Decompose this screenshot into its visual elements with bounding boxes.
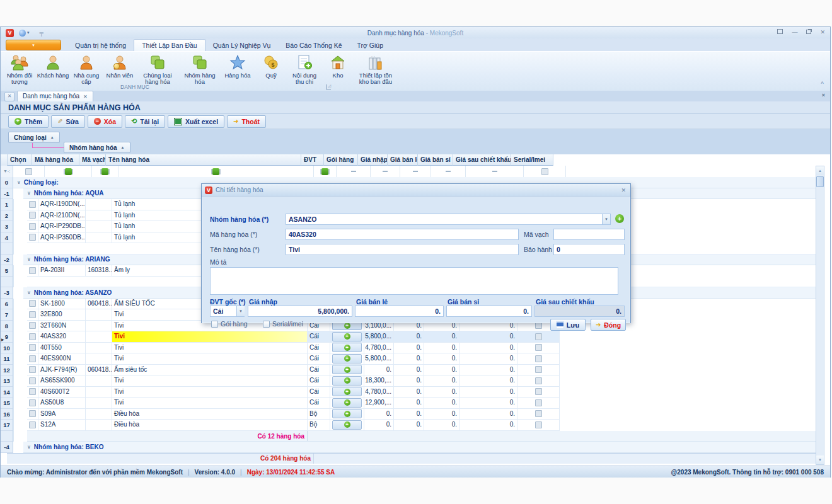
restore-button[interactable] xyxy=(806,28,811,36)
filter-cell-6[interactable] xyxy=(337,166,371,177)
table-row[interactable]: 16S09AĐiều hòaBộ+0.0.0.0. xyxy=(1,409,818,420)
row-checkbox[interactable] xyxy=(29,267,36,274)
cell-serial[interactable] xyxy=(517,331,560,343)
pack-button[interactable]: + xyxy=(332,354,362,364)
row-checkbox[interactable] xyxy=(29,212,36,219)
filter-cell-4[interactable] xyxy=(118,166,314,177)
dialog-close-icon[interactable]: ✕ xyxy=(621,187,626,193)
ribbon-item-kho[interactable]: Kho xyxy=(321,53,354,79)
table-row[interactable]: 13AS65SK900TiviCái+18,300,...0.0.0. xyxy=(1,375,818,387)
thoát-button[interactable]: ➜Thoát xyxy=(227,115,266,128)
description-textarea[interactable] xyxy=(210,267,618,295)
xuất-excel-button[interactable]: Xuất excel xyxy=(168,115,224,128)
cell-pack[interactable]: + xyxy=(330,375,364,387)
row-checkbox[interactable] xyxy=(29,377,36,384)
cell-serial[interactable] xyxy=(517,387,560,398)
cell-serial[interactable] xyxy=(517,409,560,420)
tab-close-icon[interactable]: ✕ xyxy=(83,94,88,100)
table-row[interactable]: 17S12AĐiều hòaBộ+0.0.0.0. xyxy=(1,420,818,431)
wholesale-input[interactable]: 0. xyxy=(446,306,532,317)
filter-cell-10[interactable] xyxy=(466,166,524,177)
price-in-input[interactable]: 5,800,000. xyxy=(248,306,352,317)
cell-select[interactable] xyxy=(27,398,38,409)
fullscreen-button[interactable] xyxy=(777,28,783,36)
filter-cell-7[interactable] xyxy=(371,166,400,177)
cell-select[interactable] xyxy=(27,309,38,321)
unit-combo-arrow-icon[interactable]: ▼ xyxy=(236,306,245,316)
serial-checkbox-icon[interactable] xyxy=(535,355,542,362)
cell-select[interactable] xyxy=(27,387,38,398)
group-button-product-group[interactable]: Nhóm hàng hóa▲ xyxy=(64,142,130,153)
ribbon-item-nội-dung-thu-chi[interactable]: Nội dung thu chi xyxy=(288,53,321,86)
application-menu-button[interactable]: ▾ xyxy=(6,40,61,50)
close-button[interactable]: ✕ xyxy=(820,28,825,36)
filter-cell-3[interactable] xyxy=(92,166,118,177)
group-combo[interactable]: ASANZO xyxy=(286,214,611,225)
cell-pack[interactable]: + xyxy=(330,331,364,343)
group-dialog-launcher-icon[interactable]: ◿ xyxy=(326,84,331,89)
minimize-button[interactable]: — xyxy=(792,28,797,36)
filter-cell-2[interactable] xyxy=(45,166,92,177)
vertical-scrollbar[interactable]: ▲ ▼ xyxy=(816,166,824,465)
menu-tab-quản-lý-nghiệp-vụ[interactable]: Quản Lý Nghiệp Vụ xyxy=(205,40,279,51)
row-checkbox[interactable] xyxy=(29,300,36,307)
dialog-close-button[interactable]: ➜Đóng xyxy=(591,319,626,331)
serial-checkbox-icon[interactable] xyxy=(535,410,542,417)
cell-serial[interactable] xyxy=(517,375,560,387)
cell-select[interactable] xyxy=(27,375,38,387)
thêm-button[interactable]: +Thêm xyxy=(8,115,49,128)
filter-box-icon[interactable] xyxy=(65,168,72,175)
row-checkbox[interactable] xyxy=(29,344,36,351)
cell-pack[interactable]: + xyxy=(330,365,364,376)
ribbon-item-nhóm-đối-tượng[interactable]: Nhóm đối tượng xyxy=(3,53,36,86)
row-checkbox[interactable] xyxy=(29,410,36,417)
column-header-7[interactable]: Giá nhập xyxy=(358,154,388,166)
filter-cell-8[interactable] xyxy=(400,166,430,177)
cell-serial[interactable] xyxy=(517,398,560,409)
auto-filter-icon[interactable]: ▼-: xyxy=(1,166,13,177)
cell-select[interactable] xyxy=(27,353,38,365)
barcode-input[interactable] xyxy=(553,229,625,240)
cell-pack[interactable]: + xyxy=(330,387,364,398)
scroll-up-icon[interactable]: ▲ xyxy=(816,166,824,175)
row-checkbox[interactable] xyxy=(29,355,36,362)
tải-lại-button[interactable]: ⟲Tải lại xyxy=(125,115,165,128)
serial-checkbox-icon[interactable] xyxy=(535,377,542,384)
pack-button[interactable]: + xyxy=(332,365,362,374)
ribbon-item-khách-hàng[interactable]: Khách hàng xyxy=(37,53,69,79)
retail-input[interactable]: 0. xyxy=(355,306,444,317)
row-checkbox[interactable] xyxy=(29,388,36,395)
pack-button[interactable]: + xyxy=(332,332,362,341)
row-checkbox[interactable] xyxy=(29,421,36,428)
cell-select[interactable] xyxy=(27,199,38,210)
row-checkbox[interactable] xyxy=(29,322,36,329)
tabstrip-close-icon[interactable]: × xyxy=(822,92,825,98)
collapse-arrow-icon[interactable]: ∨ xyxy=(27,256,31,262)
pack-checkbox[interactable]: Gói hàng xyxy=(211,320,248,328)
menu-tab-thiết-lập-ban-đầu[interactable]: Thiết Lập Ban Đầu xyxy=(134,39,205,51)
cell-select[interactable] xyxy=(27,221,38,232)
cell-serial[interactable] xyxy=(517,420,560,431)
name-input[interactable]: Tivi xyxy=(286,244,519,255)
cell-select[interactable] xyxy=(27,409,38,420)
filter-cell-9[interactable] xyxy=(430,166,466,177)
menu-tab-quản-trị-hệ-thống[interactable]: Quản trị hệ thống xyxy=(67,40,134,51)
ribbon-item-chủng-loại-hàng-hóa[interactable]: Chủng loại hàng hóa xyxy=(137,53,178,86)
column-header-3[interactable]: Mã vạch xyxy=(79,154,106,166)
close-all-tabs-button[interactable]: ✕ xyxy=(4,92,14,101)
ribbon-item-nhà-cung-cấp[interactable]: Nhà cung cấp xyxy=(70,53,103,86)
pack-button[interactable]: + xyxy=(332,420,362,430)
column-header-9[interactable]: Giá bán sỉ xyxy=(418,154,453,166)
scrollbar-thumb[interactable] xyxy=(816,176,824,187)
column-header-6[interactable]: Gói hàng xyxy=(324,154,358,166)
column-header-10[interactable]: Giá sau chiết khấu xyxy=(453,154,511,166)
cell-select[interactable] xyxy=(27,265,38,277)
cell-select[interactable] xyxy=(27,365,38,376)
code-input[interactable]: 40AS320 xyxy=(286,229,519,240)
pack-button[interactable]: + xyxy=(332,343,362,352)
collapse-arrow-icon[interactable]: ∨ xyxy=(27,290,31,295)
column-header-4[interactable]: Tên hàng hóa xyxy=(106,154,301,166)
cell-pack[interactable]: + xyxy=(330,409,364,420)
serial-checkbox-icon[interactable] xyxy=(535,344,542,351)
xóa-button[interactable]: −Xóa xyxy=(88,115,122,128)
